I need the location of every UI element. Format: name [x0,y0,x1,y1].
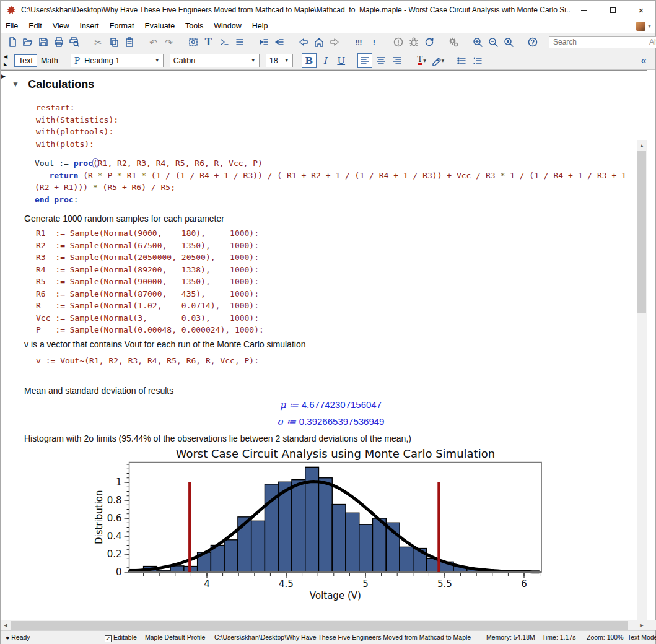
menu-tools[interactable]: Tools [185,22,203,30]
insert-exec-group-button[interactable] [185,35,201,50]
font-color-button[interactable]: T ▼ [414,53,429,68]
align-left-button[interactable] [357,53,372,68]
menu-file[interactable]: File [6,22,18,30]
search-box: Alt+S [549,36,656,48]
help-button[interactable] [525,35,540,50]
copy-button[interactable] [106,35,121,50]
code-block-init[interactable]: restart:with(Statistics):with(plottools)… [36,102,118,150]
back-button[interactable] [295,35,311,50]
maple-window: C:\Users\skhan\Desktop\Why Have These Fi… [0,0,656,644]
text-mode-button[interactable]: Text [14,54,37,67]
scroll-left-icon[interactable]: ◀ [1,620,11,630]
left-dock-handle[interactable]: ▶ [1,73,6,79]
minimize-button[interactable] [570,1,598,19]
bullet-list-icon [457,56,466,65]
insert-maple-input-button[interactable] [216,35,232,50]
gears-icon [448,37,459,48]
new-document-button[interactable] [4,35,20,50]
numbered-list-icon [473,56,483,65]
font-size-dropdown[interactable]: 18 ▼ [266,54,293,67]
open-button[interactable] [20,35,35,50]
italic-button[interactable]: I [318,53,333,68]
menu-evaluate[interactable]: Evaluate [144,22,175,30]
math-mode-button[interactable]: Math [37,55,62,66]
undo-button[interactable]: ↶ [146,35,161,50]
save-button[interactable] [35,35,51,50]
highlight-button[interactable]: ▼ [431,53,445,68]
print-preview-button[interactable] [66,35,82,50]
zoom-in-button[interactable] [470,35,485,50]
align-center-button[interactable] [374,53,388,68]
histogram-chart[interactable]: 44.555.5600.20.40.60.81Worst Case Circui… [75,447,589,603]
palette-dock-handle[interactable]: ◀ ◣ [1,54,11,67]
horizontal-scroll-thumb[interactable] [11,621,628,630]
scroll-up-icon[interactable]: ▲ [637,140,647,150]
cloud-account-button[interactable]: ▼ [636,22,652,31]
paste-icon [124,37,135,48]
close-button[interactable]: × [627,1,655,19]
scissors-icon: ✂ [94,38,102,47]
bold-button[interactable]: B [302,53,317,68]
home-button[interactable] [311,35,326,50]
restart-button[interactable] [421,35,437,50]
dock-arrow-icon: ◀ [4,54,7,59]
menu-help[interactable]: Help [252,22,268,30]
debug-button[interactable] [406,35,421,50]
worksheet-document[interactable]: ▶ ▼ Calculations restart:with(Statistics… [1,70,647,620]
interrupt-button[interactable] [390,35,406,50]
indent-button[interactable] [256,35,271,50]
outdent-button[interactable] [271,35,287,50]
code-block-samples[interactable]: R1 := Sample(Normal(9000, 180), 1000):R2… [36,227,264,336]
print-button[interactable] [51,35,66,50]
horizontal-scrollbar[interactable]: ◀ ▶ [1,620,647,630]
print-preview-icon [69,37,80,48]
options-button[interactable] [445,35,461,50]
search-input[interactable] [553,38,649,46]
menu-format[interactable]: Format [110,22,134,30]
profile-status: Maple Default Profile [145,633,205,641]
scroll-right-icon[interactable]: ▶ [637,620,647,630]
paragraph-style-dropdown[interactable]: P Heading 1 ▼ [71,54,164,67]
highlighter-icon [431,56,441,66]
zoom-out-button[interactable] [485,35,501,50]
home-icon [313,37,325,48]
zoom-reset-button[interactable] [501,35,516,50]
user-avatar [636,22,645,31]
underline-button[interactable]: U [334,53,349,68]
align-right-button[interactable] [390,53,405,68]
paste-button[interactable] [121,35,137,50]
vertical-scroll-thumb[interactable] [637,151,646,313]
menu-insert[interactable]: Insert [80,22,99,30]
sigma-symbol: σ ≔ [278,416,299,427]
menu-window[interactable]: Window [214,22,241,30]
align-center-icon [376,56,386,65]
help-icon [527,37,538,48]
font-family-dropdown[interactable]: Calibri ▼ [170,54,260,67]
main-toolbar: ✂ ↶ ↷ T !!! ! Alt+S [1,33,655,51]
checkbox-checked-icon: ✓ [105,635,112,642]
forward-button[interactable] [326,35,342,50]
title-bar: C:\Users\skhan\Desktop\Why Have These Fi… [1,1,655,19]
execute-all-button[interactable]: !!! [351,35,366,50]
editable-checkbox[interactable]: ✓ Editable [105,633,137,642]
insert-section-button[interactable] [232,35,247,50]
collapse-palettes-button[interactable]: « [641,54,647,67]
menu-view[interactable]: View [53,22,69,30]
section-collapse-triangle-icon[interactable]: ▼ [12,80,19,89]
numbered-list-button[interactable] [470,53,485,68]
execute-button[interactable]: ! [366,35,382,50]
cut-button[interactable]: ✂ [90,35,106,50]
bullet-list-button[interactable] [454,53,469,68]
memory-status: Memory: 54.18M [486,633,535,641]
code-block-v[interactable]: v := Vout~(R1, R2, R3, R4, R5, R6, R, Vc… [36,355,259,367]
vertical-scrollbar[interactable]: ▲ ▼ [637,140,647,620]
paragraph-style-icon: P [74,56,80,66]
menu-edit[interactable]: Edit [28,22,42,30]
code-block-proc[interactable]: Vout := proc(R1, R2, R3, R4, R5, R6, R, … [35,157,626,206]
insert-text-button[interactable]: T [201,35,216,50]
svg-text:4: 4 [204,578,210,590]
maximize-button[interactable] [598,1,627,19]
chart-title: Worst Case Circuit Analysis using Monte … [176,447,495,460]
execute-all-icon: !!! [356,38,362,47]
redo-button[interactable]: ↷ [161,35,177,50]
